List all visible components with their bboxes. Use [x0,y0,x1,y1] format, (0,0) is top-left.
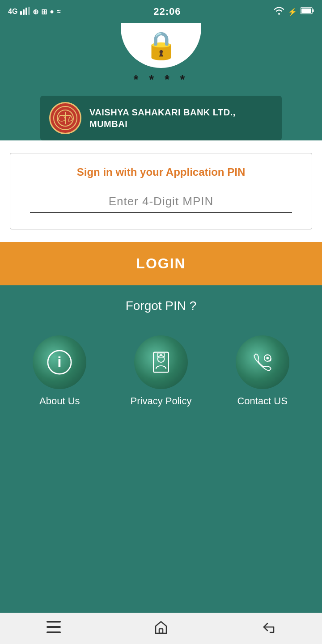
person-badge-icon [148,350,174,375]
pin-dots: * * * * [134,72,189,87]
bank-logo [49,102,81,134]
bottom-nav-bar [0,613,322,644]
status-bar: 4G ⊕ ⊞ ● ≈ 22:06 ⚡ [0,0,322,23]
network-icon2: ≈ [57,8,61,16]
signal-bars [20,7,30,17]
home-button[interactable] [140,615,182,642]
signin-title: Sign in with your Application PIN [21,166,301,178]
battery-icon [301,7,314,16]
svg-point-17 [266,357,269,360]
contact-us-item[interactable]: Contact US [222,335,303,407]
top-section: 🔒 * * * * VAISHYA SAHAKARI BANK LTD., MU… [0,23,322,140]
svg-rect-21 [159,629,163,633]
info-icon: i [47,350,72,375]
svg-rect-20 [47,631,61,633]
signin-card: Sign in with your Application PIN [10,153,312,229]
contact-us-circle[interactable] [236,335,289,389]
menu-button[interactable] [33,616,74,641]
status-left: 4G ⊕ ⊞ ● ≈ [8,7,61,17]
message-icon: ● [50,8,54,16]
mpin-input-wrapper[interactable] [30,195,292,213]
about-us-label: About Us [39,395,80,407]
mpin-input[interactable] [30,195,292,208]
bottom-section: Forgot PIN ? i About Us [0,285,322,613]
svg-rect-19 [47,626,61,628]
privacy-policy-label: Privacy Policy [131,395,192,407]
svg-point-15 [160,354,162,356]
usb-icon: ⊕ [33,8,38,16]
svg-point-13 [158,356,165,362]
bank-banner: VAISHYA SAHAKARI BANK LTD., MUMBAI [40,96,282,140]
forgot-pin[interactable]: Forgot PIN ? [126,299,197,313]
status-right: ⚡ [274,7,314,17]
svg-rect-18 [47,621,61,623]
svg-rect-1 [23,9,25,15]
about-us-circle[interactable]: i [33,335,86,389]
svg-rect-3 [28,7,30,15]
contact-us-label: Contact US [237,395,288,407]
bank-name: VAISHYA SAHAKARI BANK LTD., MUMBAI [89,106,273,130]
svg-rect-5 [312,9,314,12]
privacy-policy-circle[interactable] [134,335,188,389]
privacy-policy-item[interactable]: Privacy Policy [121,335,201,407]
svg-rect-2 [25,8,27,15]
login-button[interactable]: LOGIN [0,242,322,285]
svg-rect-6 [301,8,311,13]
bank-logo-inner [53,106,77,130]
svg-rect-0 [20,11,22,15]
back-button[interactable] [248,616,289,641]
footer-icons: i About Us Privacy Policy [9,335,313,407]
svg-text:i: i [58,354,62,370]
network-indicator: 4G [8,8,17,16]
lock-icon: 🔒 [144,32,178,59]
about-us-item[interactable]: i About Us [19,335,100,407]
time-display: 22:06 [153,6,181,17]
charging-icon: ⚡ [288,8,297,16]
wifi-icon [274,7,284,17]
sim-icon: ⊞ [41,8,47,16]
lock-circle: 🔒 [121,23,201,68]
contact-icon [250,350,275,375]
content-area: Sign in with your Application PIN LOGIN [0,140,322,285]
